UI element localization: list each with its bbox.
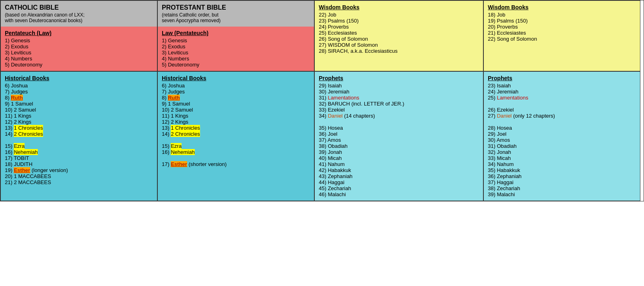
catholic-history-title: Historical Books bbox=[5, 75, 153, 81]
catholic-law-section: Pentateuch (Law) 1) Genesis 2) Exodus 3)… bbox=[5, 30, 153, 68]
catholic-header-top: CATHOLIC BIBLE (based on Alexandrian can… bbox=[1, 1, 157, 27]
catholic-prophets-title: Prophets bbox=[319, 75, 479, 81]
main-grid: CATHOLIC BIBLE (based on Alexandrian can… bbox=[0, 0, 644, 201]
protestant-history-title: Historical Books bbox=[162, 75, 310, 81]
catholic-header-law: CATHOLIC BIBLE (based on Alexandrian can… bbox=[0, 0, 157, 71]
protestant-wisdom-title: Wisdom Books bbox=[488, 4, 636, 10]
protestant-wisdom-cell: Wisdom Books 18) Job 19) Psalms (150) 20… bbox=[483, 0, 640, 71]
catholic-wisdom-title: Wisdom Books bbox=[319, 4, 479, 10]
catholic-history-cell: Historical Books 6) Joshua 7) Judges 8) … bbox=[0, 71, 157, 201]
catholic-wisdom-cell: Wisdom Books 22) Job 23) Psalms (150) 24… bbox=[314, 0, 483, 71]
protestant-header-law: PROTESTANT BIBLE (retains Catholic order… bbox=[157, 0, 314, 71]
protestant-prophets-title: Prophets bbox=[488, 75, 636, 81]
protestant-prophets-cell: Prophets 23) Isaiah 24) Jeremiah 25) Lam… bbox=[483, 71, 640, 201]
catholic-title: CATHOLIC BIBLE bbox=[5, 4, 153, 11]
protestant-history-cell: Historical Books 6) Joshua 7) Judges 8) … bbox=[157, 71, 314, 201]
protestant-subtitle: (retains Catholic order, butseven Apocry… bbox=[162, 12, 310, 23]
catholic-subtitle: (based on Alexandrian canon of LXX;with … bbox=[5, 12, 153, 23]
protestant-header-top: PROTESTANT BIBLE (retains Catholic order… bbox=[158, 1, 314, 27]
protestant-law-section: Law (Pentateuch) 1) Genesis 2) Exodus 3)… bbox=[162, 30, 310, 68]
catholic-prophets-cell: Prophets 29) Isaiah 30) Jeremiah 31) Lam… bbox=[314, 71, 483, 201]
protestant-title: PROTESTANT BIBLE bbox=[162, 4, 310, 11]
